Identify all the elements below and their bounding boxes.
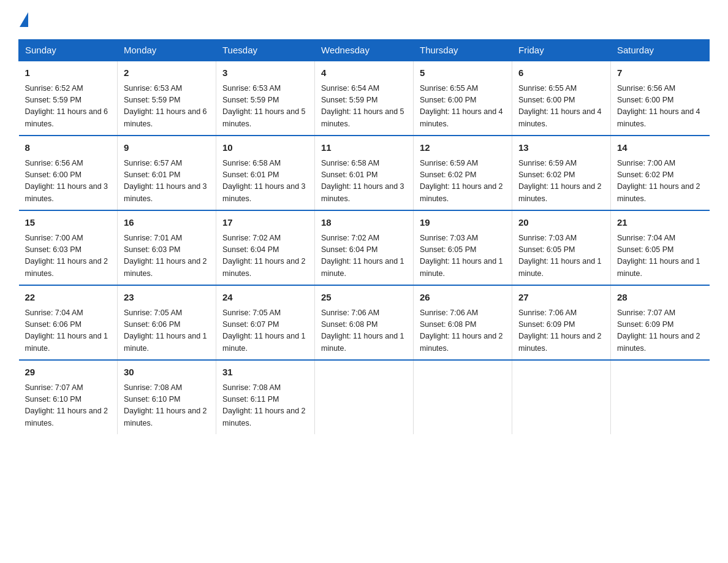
day-number: 17	[222, 216, 308, 230]
column-header-wednesday: Wednesday	[315, 40, 414, 61]
day-number: 26	[420, 291, 506, 305]
day-number: 11	[321, 141, 407, 155]
day-number: 8	[25, 141, 112, 155]
calendar-cell: 17Sunrise: 7:02 AMSunset: 6:04 PMDayligh…	[216, 210, 315, 285]
day-number: 7	[617, 66, 703, 80]
day-number: 14	[617, 141, 703, 155]
calendar-cell	[611, 360, 710, 434]
calendar-week-row: 15Sunrise: 7:00 AMSunset: 6:03 PMDayligh…	[19, 210, 710, 285]
calendar-week-row: 1Sunrise: 6:52 AMSunset: 5:59 PMDaylight…	[19, 61, 710, 136]
day-info: Sunrise: 6:53 AMSunset: 5:59 PMDaylight:…	[124, 84, 207, 128]
day-info: Sunrise: 6:58 AMSunset: 6:01 PMDaylight:…	[321, 159, 404, 203]
column-header-monday: Monday	[118, 40, 216, 61]
calendar-cell: 21Sunrise: 7:04 AMSunset: 6:05 PMDayligh…	[611, 210, 710, 285]
day-info: Sunrise: 7:06 AMSunset: 6:08 PMDaylight:…	[321, 308, 404, 353]
day-info: Sunrise: 6:54 AMSunset: 5:59 PMDaylight:…	[321, 84, 404, 128]
day-info: Sunrise: 7:08 AMSunset: 6:10 PMDaylight:…	[124, 383, 207, 427]
calendar-cell: 13Sunrise: 6:59 AMSunset: 6:02 PMDayligh…	[512, 136, 611, 210]
day-info: Sunrise: 7:07 AMSunset: 6:09 PMDaylight:…	[617, 308, 700, 353]
day-info: Sunrise: 7:07 AMSunset: 6:10 PMDaylight:…	[25, 383, 108, 427]
calendar-week-row: 29Sunrise: 7:07 AMSunset: 6:10 PMDayligh…	[19, 360, 710, 434]
day-info: Sunrise: 7:00 AMSunset: 6:02 PMDaylight:…	[617, 159, 700, 203]
day-info: Sunrise: 6:56 AMSunset: 6:00 PMDaylight:…	[617, 84, 700, 128]
day-info: Sunrise: 6:56 AMSunset: 6:00 PMDaylight:…	[25, 159, 108, 203]
column-header-tuesday: Tuesday	[216, 40, 315, 61]
day-info: Sunrise: 6:53 AMSunset: 5:59 PMDaylight:…	[222, 84, 306, 128]
day-number: 6	[518, 66, 604, 80]
day-number: 13	[518, 141, 604, 155]
day-number: 28	[617, 291, 703, 305]
day-number: 1	[25, 66, 112, 80]
column-header-sunday: Sunday	[19, 40, 118, 61]
day-info: Sunrise: 7:01 AMSunset: 6:03 PMDaylight:…	[124, 234, 207, 278]
day-info: Sunrise: 6:59 AMSunset: 6:02 PMDaylight:…	[420, 159, 503, 203]
calendar-cell: 23Sunrise: 7:05 AMSunset: 6:06 PMDayligh…	[118, 285, 216, 360]
day-number: 24	[222, 291, 308, 305]
calendar-cell: 19Sunrise: 7:03 AMSunset: 6:05 PMDayligh…	[414, 210, 512, 285]
column-header-thursday: Thursday	[414, 40, 512, 61]
calendar-cell: 9Sunrise: 6:57 AMSunset: 6:01 PMDaylight…	[118, 136, 216, 210]
calendar-cell: 4Sunrise: 6:54 AMSunset: 5:59 PMDaylight…	[315, 61, 414, 136]
calendar-header-row: SundayMondayTuesdayWednesdayThursdayFrid…	[19, 40, 710, 61]
day-number: 30	[124, 366, 210, 380]
calendar-cell: 15Sunrise: 7:00 AMSunset: 6:03 PMDayligh…	[19, 210, 118, 285]
calendar-cell: 14Sunrise: 7:00 AMSunset: 6:02 PMDayligh…	[611, 136, 710, 210]
calendar-cell: 28Sunrise: 7:07 AMSunset: 6:09 PMDayligh…	[611, 285, 710, 360]
calendar-cell	[512, 360, 611, 434]
day-number: 5	[420, 66, 506, 80]
day-info: Sunrise: 7:00 AMSunset: 6:03 PMDaylight:…	[25, 234, 108, 278]
day-number: 18	[321, 216, 407, 230]
calendar-cell: 7Sunrise: 6:56 AMSunset: 6:00 PMDaylight…	[611, 61, 710, 136]
calendar-cell: 29Sunrise: 7:07 AMSunset: 6:10 PMDayligh…	[19, 360, 118, 434]
calendar-cell: 20Sunrise: 7:03 AMSunset: 6:05 PMDayligh…	[512, 210, 611, 285]
day-info: Sunrise: 7:05 AMSunset: 6:07 PMDaylight:…	[222, 308, 306, 353]
day-info: Sunrise: 6:52 AMSunset: 5:59 PMDaylight:…	[25, 84, 108, 128]
calendar-cell: 6Sunrise: 6:55 AMSunset: 6:00 PMDaylight…	[512, 61, 611, 136]
day-info: Sunrise: 6:55 AMSunset: 6:00 PMDaylight:…	[518, 84, 602, 128]
day-info: Sunrise: 7:05 AMSunset: 6:06 PMDaylight:…	[124, 308, 207, 353]
page-header	[18, 12, 710, 27]
calendar-cell: 8Sunrise: 6:56 AMSunset: 6:00 PMDaylight…	[19, 136, 118, 210]
column-header-saturday: Saturday	[611, 40, 710, 61]
day-number: 9	[124, 141, 210, 155]
calendar-cell: 18Sunrise: 7:02 AMSunset: 6:04 PMDayligh…	[315, 210, 414, 285]
day-number: 22	[25, 291, 112, 305]
calendar-cell: 2Sunrise: 6:53 AMSunset: 5:59 PMDaylight…	[118, 61, 216, 136]
day-number: 20	[518, 216, 604, 230]
calendar-cell: 5Sunrise: 6:55 AMSunset: 6:00 PMDaylight…	[414, 61, 512, 136]
calendar-table: SundayMondayTuesdayWednesdayThursdayFrid…	[18, 39, 710, 434]
calendar-cell: 25Sunrise: 7:06 AMSunset: 6:08 PMDayligh…	[315, 285, 414, 360]
day-number: 3	[222, 66, 308, 80]
day-info: Sunrise: 7:06 AMSunset: 6:08 PMDaylight:…	[420, 308, 503, 353]
day-info: Sunrise: 7:08 AMSunset: 6:11 PMDaylight:…	[222, 383, 306, 427]
calendar-cell: 12Sunrise: 6:59 AMSunset: 6:02 PMDayligh…	[414, 136, 512, 210]
day-number: 27	[518, 291, 604, 305]
day-info: Sunrise: 7:03 AMSunset: 6:05 PMDaylight:…	[518, 234, 602, 278]
day-number: 25	[321, 291, 407, 305]
calendar-week-row: 22Sunrise: 7:04 AMSunset: 6:06 PMDayligh…	[19, 285, 710, 360]
day-info: Sunrise: 7:06 AMSunset: 6:09 PMDaylight:…	[518, 308, 602, 353]
day-info: Sunrise: 7:02 AMSunset: 6:04 PMDaylight:…	[222, 234, 306, 278]
calendar-cell: 10Sunrise: 6:58 AMSunset: 6:01 PMDayligh…	[216, 136, 315, 210]
day-number: 23	[124, 291, 210, 305]
calendar-cell: 26Sunrise: 7:06 AMSunset: 6:08 PMDayligh…	[414, 285, 512, 360]
day-info: Sunrise: 6:55 AMSunset: 6:00 PMDaylight:…	[420, 84, 503, 128]
day-info: Sunrise: 7:04 AMSunset: 6:05 PMDaylight:…	[617, 234, 700, 278]
day-number: 29	[25, 366, 112, 380]
calendar-cell: 3Sunrise: 6:53 AMSunset: 5:59 PMDaylight…	[216, 61, 315, 136]
day-info: Sunrise: 6:57 AMSunset: 6:01 PMDaylight:…	[124, 159, 207, 203]
calendar-cell: 31Sunrise: 7:08 AMSunset: 6:11 PMDayligh…	[216, 360, 315, 434]
calendar-cell: 1Sunrise: 6:52 AMSunset: 5:59 PMDaylight…	[19, 61, 118, 136]
day-number: 10	[222, 141, 308, 155]
day-info: Sunrise: 7:04 AMSunset: 6:06 PMDaylight:…	[25, 308, 108, 353]
calendar-cell: 22Sunrise: 7:04 AMSunset: 6:06 PMDayligh…	[19, 285, 118, 360]
day-number: 21	[617, 216, 703, 230]
day-info: Sunrise: 7:03 AMSunset: 6:05 PMDaylight:…	[420, 234, 503, 278]
day-number: 15	[25, 216, 112, 230]
calendar-cell	[315, 360, 414, 434]
day-number: 19	[420, 216, 506, 230]
calendar-cell	[414, 360, 512, 434]
logo	[18, 12, 32, 27]
day-info: Sunrise: 6:58 AMSunset: 6:01 PMDaylight:…	[222, 159, 306, 203]
calendar-cell: 16Sunrise: 7:01 AMSunset: 6:03 PMDayligh…	[118, 210, 216, 285]
